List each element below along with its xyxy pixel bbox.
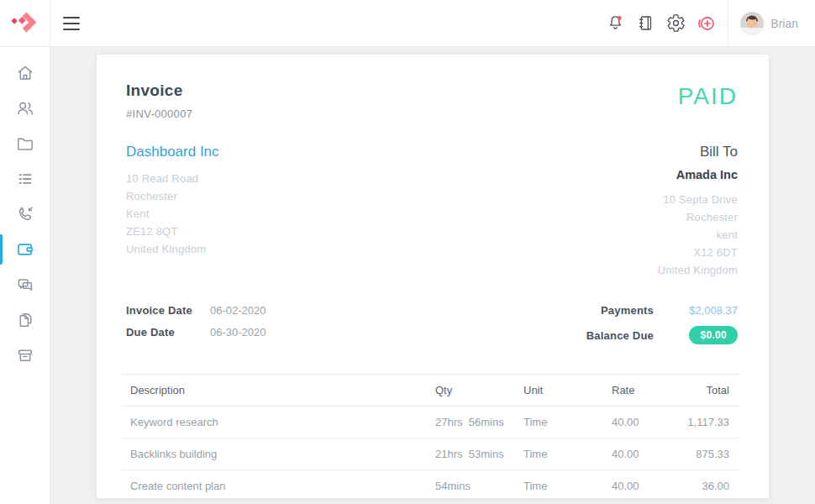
cell-unit: Time (515, 407, 603, 438)
seller-block: Dashboard Inc 10 Read Road Rochester Ken… (126, 144, 219, 279)
user-menu[interactable]: Brian (728, 0, 815, 46)
cell-unit: Time (515, 438, 603, 470)
address-line: X12 6DT (658, 244, 738, 261)
customer-name: Amada Inc (658, 168, 738, 181)
cell-qty: 54mins (427, 470, 515, 502)
notebook-icon[interactable] (630, 8, 660, 39)
app-logo-icon (11, 9, 39, 38)
address-line: kent (658, 226, 738, 244)
invoice-number: #INV-000007 (126, 108, 192, 120)
chat-icon (15, 275, 35, 295)
col-description: Description (122, 375, 427, 407)
cell-rate: 40.00 (603, 470, 662, 502)
line-items-table: Description Qty Unit Rate Total Keyword … (122, 374, 739, 502)
table-row[interactable]: Keyword research 27hrs 56mins Time 40.00… (122, 407, 739, 438)
menu-toggle-button[interactable] (58, 9, 87, 38)
wallet-icon (15, 239, 35, 260)
balance-due-label: Balance Due (586, 329, 654, 342)
invoice-title: Invoice (126, 81, 192, 100)
cell-description: Backlinks building (122, 438, 427, 470)
cell-total: 875.33 (662, 438, 739, 470)
sidebar-item-calls[interactable] (0, 197, 50, 232)
cell-total: 1,117.33 (662, 407, 739, 438)
invoice-card: Invoice #INV-000007 PAID Dashboard Inc 1… (97, 55, 769, 498)
address-line: United Kingdom (126, 240, 219, 258)
top-bar: Brian (0, 0, 815, 47)
avatar (740, 12, 764, 35)
quick-add-icon[interactable] (691, 8, 721, 39)
archive-icon (15, 345, 35, 365)
address-line: Rochester (658, 208, 738, 226)
cell-rate: 40.00 (603, 438, 662, 470)
sidebar-item-archive[interactable] (0, 338, 50, 373)
app-logo[interactable] (0, 0, 50, 46)
invoice-date-label: Invoice Date (126, 304, 210, 317)
address-line: ZE12 8QT (126, 223, 219, 240)
cell-unit: Time (515, 470, 603, 502)
address-line: Kent (126, 205, 219, 223)
sidebar-item-documents[interactable] (0, 302, 50, 338)
col-total: Total (662, 375, 739, 407)
due-date-label: Due Date (126, 326, 210, 339)
col-rate: Rate (603, 375, 662, 407)
balance-due-badge: $0.00 (689, 326, 738, 344)
cell-qty: 21hrs 53mins (427, 438, 515, 470)
notifications-bell-icon[interactable] (600, 8, 630, 39)
cell-description: Create content plan (122, 470, 427, 502)
cell-rate: 40.00 (603, 407, 662, 438)
folder-icon (15, 134, 35, 154)
main-content: Invoice #INV-000007 PAID Dashboard Inc 1… (50, 47, 815, 504)
customer-address: 10 Septa Drive Rochester kent X12 6DT Un… (658, 191, 738, 279)
sidebar-item-home[interactable] (0, 55, 50, 91)
address-line: United Kingdom (658, 261, 738, 279)
payments-label: Payments (601, 304, 654, 317)
active-indicator (0, 234, 3, 265)
sidebar-item-folder[interactable] (0, 126, 50, 161)
cell-qty: 27hrs 56mins (427, 407, 515, 438)
invoice-date-value: 06-02-2020 (210, 304, 266, 317)
sidebar-item-list[interactable] (0, 161, 50, 197)
sidebar-item-invoices[interactable] (0, 232, 50, 267)
totals-block: Payments $2,008.37 Balance Due $0.00 (586, 304, 738, 354)
documents-icon (15, 310, 35, 330)
bill-to-block: Bill To Amada Inc 10 Septa Drive Rochest… (658, 144, 738, 279)
seller-name-link[interactable]: Dashboard Inc (126, 144, 219, 160)
due-date-value: 06-30-2020 (210, 326, 266, 339)
address-line: Rochester (126, 187, 219, 205)
sidebar (0, 47, 50, 504)
col-unit: Unit (515, 375, 603, 407)
cell-description: Keyword research (122, 407, 427, 438)
col-qty: Qty (427, 375, 515, 407)
seller-address: 10 Read Road Rochester Kent ZE12 8QT Uni… (126, 170, 219, 258)
topbar-actions: Brian (600, 0, 815, 46)
user-name: Brian (770, 17, 798, 30)
sidebar-item-contacts[interactable] (0, 91, 50, 126)
home-icon (15, 63, 35, 83)
address-line: 10 Septa Drive (658, 191, 738, 208)
contacts-icon (15, 98, 35, 118)
cell-total: 36.00 (662, 470, 739, 502)
list-icon (15, 169, 35, 189)
invoice-heading: Invoice #INV-000007 (126, 81, 192, 120)
bill-to-label: Bill To (658, 144, 738, 160)
table-header-row: Description Qty Unit Rate Total (122, 375, 739, 407)
table-row[interactable]: Backlinks building 21hrs 53mins Time 40.… (122, 438, 739, 470)
payments-value[interactable]: $2,008.37 (677, 304, 738, 317)
dates-block: Invoice Date 06-02-2020 Due Date 06-30-2… (126, 304, 266, 348)
settings-gear-icon[interactable] (660, 8, 691, 39)
address-line: 10 Read Road (126, 170, 219, 187)
table-row[interactable]: Create content plan 54mins Time 40.00 36… (122, 470, 739, 502)
phone-incoming-icon (15, 204, 35, 224)
status-badge: PAID (678, 83, 738, 110)
sidebar-item-messages[interactable] (0, 267, 50, 302)
